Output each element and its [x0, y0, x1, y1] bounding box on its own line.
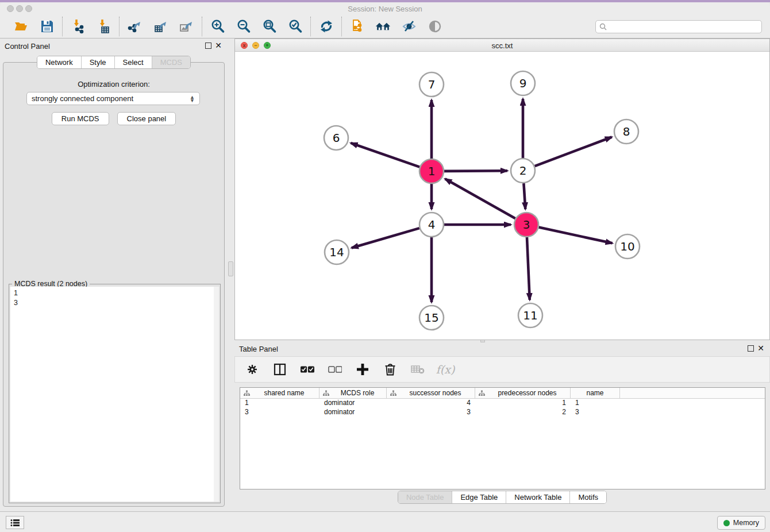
- tab-node-table[interactable]: Node Table: [398, 491, 453, 503]
- tab-motifs[interactable]: Motifs: [570, 491, 606, 503]
- column-header-shared-name[interactable]: shared name: [240, 388, 319, 398]
- table-cell[interactable]: 1: [475, 399, 571, 408]
- hide-details-icon[interactable]: [401, 19, 417, 34]
- graph-node-8[interactable]: 8: [614, 119, 638, 144]
- deselect-all-icon[interactable]: [328, 363, 342, 376]
- tab-edge-table[interactable]: Edge Table: [452, 491, 506, 503]
- tab-style[interactable]: Style: [82, 56, 115, 68]
- table-cell[interactable]: dominator: [319, 399, 387, 408]
- main-titlebar[interactable]: Session: New Session: [0, 2, 770, 15]
- graph-node-15[interactable]: 15: [419, 306, 444, 330]
- table-row[interactable]: 1dominator411: [240, 399, 765, 408]
- zoom-out-icon[interactable]: [236, 19, 251, 34]
- graph-node-3[interactable]: 3: [514, 213, 538, 237]
- svg-text:10: 10: [620, 240, 634, 253]
- node-table: shared nameMCDS rolesuccessor nodesprede…: [240, 387, 765, 489]
- control-panel: Control Panel ✕ NetworkStyleSelectMCDS O…: [0, 38, 228, 511]
- graph-node-11[interactable]: 11: [518, 303, 542, 327]
- edge-3-1[interactable]: [445, 179, 515, 218]
- table-body: 1dominator4113dominator323: [240, 399, 765, 417]
- optimization-criterion-select[interactable]: strongly connected component ▲▼: [26, 92, 200, 105]
- network-view-window: x − + scc.txt 7968124314101511: [234, 38, 770, 340]
- graph-node-10[interactable]: 10: [615, 234, 640, 259]
- edge-1-2[interactable]: [444, 171, 507, 171]
- zoom-in-icon[interactable]: [210, 19, 225, 34]
- layout-refresh-icon[interactable]: [318, 19, 334, 34]
- export-image-icon[interactable]: [179, 19, 194, 34]
- table-cell[interactable]: 4: [387, 399, 475, 408]
- tab-network-table[interactable]: Network Table: [506, 491, 570, 503]
- search-field[interactable]: [595, 20, 762, 33]
- table-cell[interactable]: dominator: [319, 408, 387, 417]
- table-cell[interactable]: 3: [571, 408, 620, 417]
- select-all-icon[interactable]: [301, 363, 314, 376]
- close-table-panel-icon[interactable]: ✕: [757, 344, 764, 353]
- control-panel-header: Control Panel ✕: [0, 38, 228, 53]
- table-panel: Table Panel ✕ f(x) shared nameMCDS roles…: [234, 341, 770, 511]
- column-header-name[interactable]: name: [571, 388, 620, 398]
- window-title: Session: New Session: [0, 5, 770, 13]
- tab-mcds[interactable]: MCDS: [152, 56, 190, 68]
- table-header-row: shared nameMCDS rolesuccessor nodesprede…: [240, 388, 765, 399]
- graph-node-1[interactable]: 1: [419, 159, 444, 183]
- edge-4-14[interactable]: [352, 228, 419, 248]
- import-network-icon[interactable]: [70, 19, 86, 34]
- network-canvas[interactable]: 7968124314101511: [235, 52, 769, 340]
- network-window-titlebar[interactable]: x − + scc.txt: [235, 39, 769, 52]
- tab-network[interactable]: Network: [37, 56, 82, 68]
- memory-button[interactable]: Memory: [717, 516, 765, 530]
- graph-node-6[interactable]: 6: [324, 126, 348, 150]
- column-header-MCDS-role[interactable]: MCDS role: [319, 388, 387, 398]
- zoom-selected-icon[interactable]: [287, 19, 303, 34]
- import-table-icon[interactable]: [96, 19, 111, 34]
- run-mcds-button[interactable]: Run MCDS: [52, 112, 109, 125]
- edge-1-6[interactable]: [351, 143, 420, 167]
- edge-3-11[interactable]: [527, 237, 530, 300]
- search-icon: [599, 23, 607, 30]
- table-cell[interactable]: 3: [240, 408, 319, 417]
- export-table-icon[interactable]: [153, 19, 168, 34]
- svg-text:3: 3: [523, 218, 530, 232]
- graphics-details-icon[interactable]: [427, 19, 442, 34]
- main-toolbar: [0, 15, 770, 38]
- home-icon[interactable]: [375, 19, 391, 34]
- float-table-panel-icon[interactable]: [748, 345, 754, 352]
- graph-node-9[interactable]: 9: [511, 71, 535, 95]
- table-row[interactable]: 3dominator323: [240, 408, 765, 417]
- delete-icon[interactable]: [383, 363, 397, 376]
- table-cell[interactable]: 1: [571, 399, 620, 408]
- optimization-criterion-label: Optimization criterion:: [3, 80, 224, 88]
- export-network-icon[interactable]: [127, 19, 143, 34]
- add-column-icon[interactable]: [356, 363, 369, 376]
- edge-2-8[interactable]: [535, 137, 612, 167]
- open-file-icon[interactable]: [13, 19, 29, 34]
- save-session-icon[interactable]: [39, 19, 55, 34]
- float-panel-icon[interactable]: [205, 43, 211, 49]
- graph-node-7[interactable]: 7: [419, 72, 444, 97]
- search-input[interactable]: [609, 21, 758, 32]
- edge-3-10[interactable]: [539, 228, 613, 244]
- graph-node-14[interactable]: 14: [325, 240, 349, 264]
- graph-node-4[interactable]: 4: [419, 213, 444, 237]
- task-history-button[interactable]: [6, 516, 24, 529]
- graph-node-2[interactable]: 2: [511, 159, 535, 183]
- table-cell[interactable]: 3: [387, 408, 475, 417]
- table-panel-header: Table Panel ✕: [234, 341, 770, 356]
- result-scrollbar[interactable]: [214, 287, 219, 502]
- columns-icon[interactable]: [273, 363, 287, 376]
- column-header-successor-nodes[interactable]: successor nodes: [387, 388, 475, 398]
- table-cell[interactable]: 1: [240, 399, 319, 408]
- table-cell[interactable]: 2: [475, 408, 571, 417]
- column-header-predecessor-nodes[interactable]: predecessor nodes: [475, 388, 571, 398]
- table-tabs: Node TableEdge TableNetwork TableMotifs: [234, 491, 770, 504]
- panel-divider-handle[interactable]: [228, 261, 233, 276]
- svg-text:8: 8: [623, 125, 630, 138]
- gear-icon[interactable]: [245, 363, 259, 376]
- copy-network-icon[interactable]: [349, 19, 365, 34]
- edge-2-3[interactable]: [523, 183, 525, 209]
- close-panel-button[interactable]: Close panel: [117, 112, 176, 125]
- close-panel-icon[interactable]: ✕: [215, 41, 222, 50]
- mcds-result-list[interactable]: 1 3: [10, 287, 219, 502]
- tab-select[interactable]: Select: [115, 56, 152, 68]
- zoom-fit-icon[interactable]: [261, 19, 277, 34]
